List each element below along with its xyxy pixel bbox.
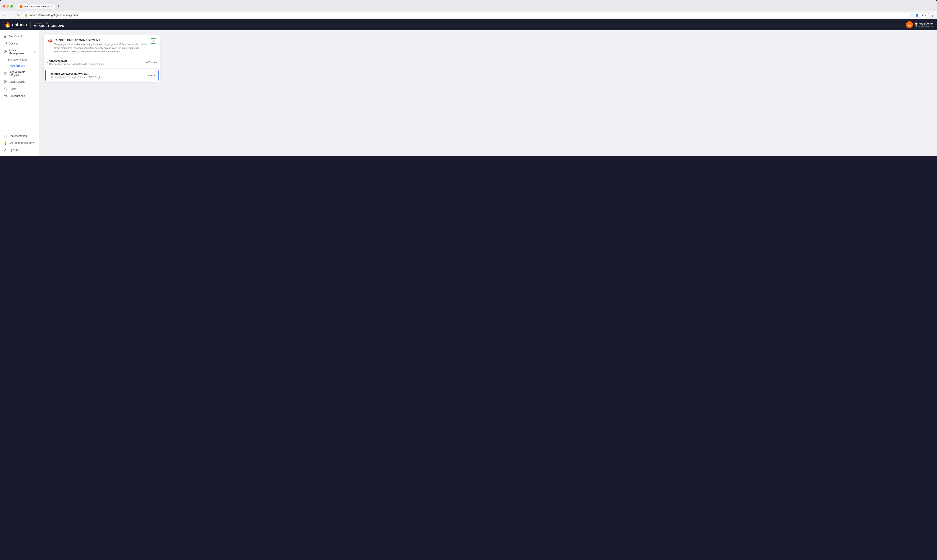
user-badge: ED Enforza Demo demo@enforza.io: [906, 21, 933, 28]
logs-icon: [3, 72, 7, 75]
profile-icon: [3, 87, 7, 91]
logo: 🔥 enforza: [4, 22, 27, 28]
lock-icon: 🔒: [25, 14, 28, 17]
target-group-icon: 🎯: [48, 38, 52, 43]
policy-icon: [3, 50, 7, 54]
sidebar-label-policy: Policy Management: [9, 49, 32, 55]
sidebar-label-devices: Devices: [9, 42, 18, 45]
dashboard-icon: ⊞: [3, 35, 7, 38]
group-item-selected[interactable]: › enforza Gateways in AWS (eu) All provi…: [45, 70, 158, 81]
tab-title: enforza Cloud Controller: [24, 5, 50, 8]
card-header: 🎯 TARGET GROUP MANAGEMENT Manage your de…: [44, 35, 160, 56]
main-layout: ⊞ Dashboard Devices: [0, 30, 937, 156]
browser-more-button[interactable]: ⌄: [932, 5, 934, 8]
svg-point-3: [5, 51, 6, 52]
browser-chrome: e enforza Cloud Controller × + ⌄ ← → ↻ 🔒…: [0, 0, 937, 19]
card-header-left: 🎯 TARGET GROUP MANAGEMENT Manage your de…: [48, 38, 151, 53]
subscriptions-icon: [3, 94, 7, 98]
close-button[interactable]: [3, 5, 5, 8]
svg-rect-12: [4, 95, 6, 97]
chevron-down-icon: ▾: [34, 51, 35, 53]
documentation-icon: 📖: [3, 134, 7, 138]
sidebar-item-claim-device[interactable]: Claim Device: [0, 78, 39, 85]
group-badge-unassociated: 0 Devices: [146, 61, 157, 63]
avatar: ED: [906, 21, 913, 28]
group-item-left-unassociated: › Unassociated Devices that are not asso…: [47, 59, 146, 65]
group-info-unassociated: Unassociated Devices that are not associ…: [49, 59, 104, 65]
flame-icon: 🔥: [4, 22, 11, 28]
sidebar: ⊞ Dashboard Devices: [0, 30, 39, 156]
signout-icon: [3, 148, 7, 152]
manage-policies-label: Manage Policies: [8, 58, 27, 61]
svg-rect-0: [4, 42, 6, 44]
ideas-icon: 💡: [3, 141, 7, 145]
svg-rect-5: [4, 73, 6, 73]
group-name-unassociated: Unassociated: [49, 59, 104, 62]
sidebar-item-devices[interactable]: Devices: [0, 40, 39, 47]
group-item-left-selected: › enforza Gateways in AWS (eu) All provi…: [48, 72, 146, 78]
card-description: Manage your devices by associating them …: [54, 43, 151, 53]
sidebar-item-target-groups[interactable]: Target Groups: [0, 63, 39, 69]
sidebar-item-manage-policies[interactable]: Manage Policies: [0, 57, 39, 63]
sidebar-item-profile[interactable]: Profile: [0, 85, 39, 92]
sidebar-item-dashboard[interactable]: ⊞ Dashboard: [0, 33, 39, 40]
content-area: 🎯 TARGET GROUP MANAGEMENT Manage your de…: [39, 30, 937, 156]
card-title: TARGET GROUP MANAGEMENT: [54, 38, 151, 42]
sidebar-item-signout[interactable]: Sign Out: [0, 146, 39, 154]
traffic-lights: [3, 5, 13, 8]
forward-button[interactable]: →: [9, 13, 14, 17]
target-group-card: 🎯 TARGET GROUP MANAGEMENT Manage your de…: [43, 35, 160, 83]
sidebar-label-documentation: Documentation: [9, 134, 27, 137]
sidebar-item-logs[interactable]: Logs & Traffic Analysis: [0, 69, 39, 78]
new-tab-button[interactable]: +: [55, 3, 62, 9]
guest-label: Guest: [919, 14, 926, 17]
browser-tab-active[interactable]: e enforza Cloud Controller ×: [17, 4, 55, 9]
minimize-button[interactable]: [6, 5, 9, 8]
sidebar-label-dashboard: Dashboard: [9, 35, 22, 38]
sidebar-item-policy-management[interactable]: Policy Management ▾: [0, 47, 39, 57]
group-item-unassociated[interactable]: › Unassociated Devices that are not asso…: [44, 56, 160, 69]
sidebar-submenu-policy: Manage Policies Target Groups: [0, 57, 39, 69]
address-bar[interactable]: 🔒 portal.enforza.io/target-group-managem…: [22, 12, 911, 18]
sidebar-item-ideas[interactable]: 💡 Got Ideas or Issues?: [0, 140, 39, 146]
tab-close-icon[interactable]: ×: [51, 5, 52, 8]
group-name-selected: enforza Gateways in AWS (eu): [51, 72, 104, 75]
browser-menu-button[interactable]: ⋮: [931, 13, 934, 17]
browser-actions: 👤 Guest ⋮: [912, 12, 934, 18]
group-list: › Unassociated Devices that are not asso…: [44, 56, 160, 82]
sidebar-main: ⊞ Dashboard Devices: [0, 33, 39, 131]
group-desc-selected: All provisioned devices in European AWS …: [51, 76, 104, 78]
page-title: // TARGET GROUPS: [34, 24, 64, 28]
claim-device-icon: [3, 80, 7, 84]
logo-text: enforza: [12, 22, 27, 27]
group-info-selected: enforza Gateways in AWS (eu) All provisi…: [51, 72, 104, 78]
sidebar-label-profile: Profile: [9, 88, 16, 91]
maximize-button[interactable]: [11, 5, 13, 8]
guest-button[interactable]: 👤 Guest: [912, 12, 929, 18]
add-target-group-button[interactable]: +: [151, 38, 156, 44]
card-title-block: TARGET GROUP MANAGEMENT Manage your devi…: [54, 38, 151, 53]
svg-point-11: [5, 88, 6, 89]
browser-titlebar: e enforza Cloud Controller × + ⌄: [0, 2, 937, 11]
browser-tabs: e enforza Cloud Controller × +: [17, 3, 930, 9]
url-text: portal.enforza.io/target-group-managemen…: [29, 14, 78, 17]
browser-toolbar: ← → ↻ 🔒 portal.enforza.io/target-group-m…: [0, 11, 937, 19]
back-button[interactable]: ←: [3, 13, 8, 17]
sidebar-label-signout: Sign Out: [9, 149, 19, 152]
group-chevron-selected-icon: ›: [48, 74, 49, 77]
person-icon: 👤: [915, 14, 919, 17]
sidebar-label-ideas: Got Ideas or Issues?: [9, 142, 34, 145]
sidebar-item-subscriptions[interactable]: Subscriptions: [0, 92, 39, 100]
sidebar-label-logs: Logs & Traffic Analysis: [9, 71, 35, 77]
app-window: 🔥 enforza NAVIGATION // TARGET GROUPS ED…: [0, 19, 937, 156]
tab-favicon: e: [20, 5, 23, 8]
target-groups-label: Target Groups: [8, 64, 25, 67]
user-email: demo@enforza.io: [915, 25, 933, 28]
reload-button[interactable]: ↻: [15, 13, 20, 17]
svg-rect-4: [4, 72, 6, 72]
sidebar-bottom: 📖 Documentation 💡 Got Ideas or Issues?: [0, 131, 39, 154]
sidebar-label-claim-device: Claim Device: [9, 80, 25, 83]
group-badge-selected: 1 Device: [146, 74, 155, 77]
sidebar-item-documentation[interactable]: 📖 Documentation: [0, 132, 39, 140]
nav-label: NAVIGATION: [34, 22, 64, 24]
